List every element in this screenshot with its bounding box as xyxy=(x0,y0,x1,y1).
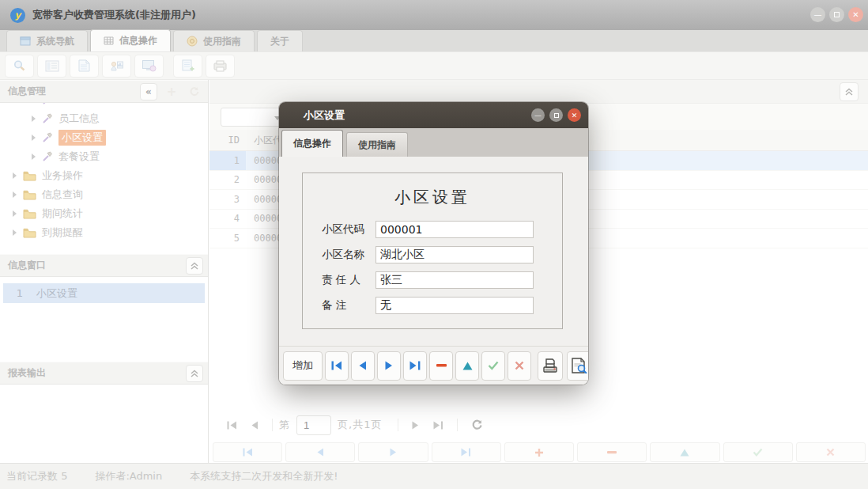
print-preview-icon xyxy=(571,358,588,373)
record-nav-bar xyxy=(213,442,866,462)
record-cancel-button[interactable] xyxy=(796,442,866,462)
dialog-tab-user-guide[interactable]: 使用指南 xyxy=(346,132,408,157)
edit-record-button[interactable] xyxy=(455,351,479,381)
status-message: 本系统支持二次开发和全新开发! xyxy=(190,469,338,483)
tree-item-expiry-reminder[interactable]: 到期提醒 xyxy=(0,223,208,242)
dialog-maximize-button[interactable] xyxy=(549,108,563,122)
record-edit-button[interactable] xyxy=(650,442,719,462)
info-window-item[interactable]: 1 小区设置 xyxy=(3,283,205,303)
tree-item-package-settings[interactable]: 套餐设置 xyxy=(0,147,208,166)
expand-arrow-icon[interactable] xyxy=(13,229,17,236)
column-header-id[interactable]: ID xyxy=(209,135,246,146)
record-last-button[interactable] xyxy=(432,442,501,462)
add-button[interactable]: 增加 xyxy=(283,351,323,381)
record-next-button[interactable] xyxy=(358,442,428,462)
record-confirm-button[interactable] xyxy=(723,442,793,462)
tree-item-community-settings[interactable]: 小区设置 xyxy=(0,128,208,147)
document-button[interactable] xyxy=(70,55,99,78)
page-first-button[interactable] xyxy=(227,421,237,430)
employee-icon xyxy=(110,59,124,72)
tab-about[interactable]: 关于 xyxy=(257,30,303,51)
community-name-input[interactable] xyxy=(376,246,534,263)
dialog-tab-info-operation[interactable]: 信息操作 xyxy=(281,130,343,157)
expand-arrow-icon[interactable] xyxy=(32,154,36,160)
tree-item-label: 员工信息 xyxy=(58,112,100,126)
expand-arrow-icon[interactable] xyxy=(32,135,36,141)
record-add-button[interactable] xyxy=(504,442,574,462)
folder-icon xyxy=(23,170,36,181)
guide-icon xyxy=(187,36,198,47)
add-record-button[interactable] xyxy=(173,55,202,78)
page-prev-button[interactable] xyxy=(251,421,259,430)
tree-item-employee-info[interactable]: 员工信息 xyxy=(0,109,208,128)
cell-id: 4 xyxy=(209,213,246,224)
tree-item-period-stats[interactable]: 期间统计 xyxy=(0,204,208,223)
nav-last-icon xyxy=(409,361,421,370)
collapse-panel-button[interactable] xyxy=(840,82,859,101)
dialog-minimize-button[interactable]: — xyxy=(531,108,545,122)
record-prev-button[interactable] xyxy=(285,442,355,462)
print-preview-button[interactable] xyxy=(567,351,588,381)
minimize-button[interactable]: — xyxy=(810,7,825,22)
tree-item-business-ops[interactable]: 业务操作 xyxy=(0,166,208,185)
collapse-section-button[interactable] xyxy=(186,365,203,382)
responsible-person-input[interactable] xyxy=(376,271,534,289)
form-view-button[interactable] xyxy=(37,55,66,78)
print-button[interactable] xyxy=(538,351,563,381)
nav-last-icon xyxy=(461,448,471,457)
community-code-input[interactable] xyxy=(376,221,534,238)
record-delete-button[interactable] xyxy=(577,442,647,462)
page-refresh-button[interactable] xyxy=(471,419,483,430)
expand-arrow-icon[interactable] xyxy=(13,191,17,198)
dialog-tab-strip: 信息操作 使用指南 xyxy=(279,128,588,157)
filter-combobox[interactable] xyxy=(221,108,285,127)
printer-button[interactable] xyxy=(206,55,235,78)
employee-button[interactable] xyxy=(102,55,131,78)
expand-arrow-icon[interactable] xyxy=(13,172,17,179)
expand-arrow-icon[interactable] xyxy=(13,210,17,217)
confirm-button[interactable] xyxy=(481,351,505,381)
pagination-bar: 第 页,共1页 xyxy=(209,412,868,438)
collapse-section-button[interactable] xyxy=(186,257,203,275)
triangle-up-icon xyxy=(462,362,473,370)
remark-input[interactable] xyxy=(376,297,534,314)
tab-system-nav[interactable]: 系统导航 xyxy=(6,30,88,51)
folder-icon xyxy=(23,208,36,219)
record-first-button[interactable] xyxy=(213,442,282,462)
page-number-input[interactable] xyxy=(296,415,331,435)
chevron-double-up-icon xyxy=(190,261,199,271)
expand-arrow-icon[interactable] xyxy=(32,116,36,122)
tab-label: 信息操作 xyxy=(119,34,157,47)
nav-tree: 员工信息 小区设置 套餐设置 业务操作 信息查询 期间统计 xyxy=(0,103,208,254)
community-button[interactable] xyxy=(134,55,164,78)
last-record-button[interactable] xyxy=(403,351,427,381)
add-record-icon xyxy=(182,59,194,72)
tab-user-guide[interactable]: 使用指南 xyxy=(173,30,255,51)
dialog-close-button[interactable]: ✕ xyxy=(568,108,581,122)
page-label-prefix: 第 xyxy=(279,418,290,432)
dialog-title-bar[interactable]: 小区设置 — ✕ xyxy=(279,102,588,128)
nav-first-icon xyxy=(331,361,342,370)
check-icon xyxy=(488,361,499,370)
prev-record-button[interactable] xyxy=(351,351,375,381)
tree-item-clipped[interactable] xyxy=(0,103,208,109)
tree-item-label: 业务操作 xyxy=(42,169,83,183)
maximize-button[interactable] xyxy=(829,7,844,22)
collapse-sidebar-button[interactable]: « xyxy=(140,83,157,100)
refresh-tree-button[interactable] xyxy=(186,83,203,100)
minus-icon xyxy=(607,451,617,454)
page-next-button[interactable] xyxy=(412,421,419,430)
first-record-button[interactable] xyxy=(325,351,349,381)
add-node-button[interactable]: + xyxy=(163,83,180,100)
next-record-button[interactable] xyxy=(377,351,401,381)
tab-info-operation[interactable]: 信息操作 xyxy=(90,29,171,51)
tree-item-info-query[interactable]: 信息查询 xyxy=(0,185,208,204)
search-button[interactable] xyxy=(5,55,34,78)
info-window-list: 1 小区设置 xyxy=(0,283,208,362)
form-row-code: 小区代码 xyxy=(322,221,534,238)
close-button[interactable]: ✕ xyxy=(848,7,863,22)
x-icon xyxy=(515,361,524,370)
page-last-button[interactable] xyxy=(433,421,443,430)
cancel-button[interactable] xyxy=(508,351,531,381)
delete-record-button[interactable] xyxy=(429,351,453,381)
